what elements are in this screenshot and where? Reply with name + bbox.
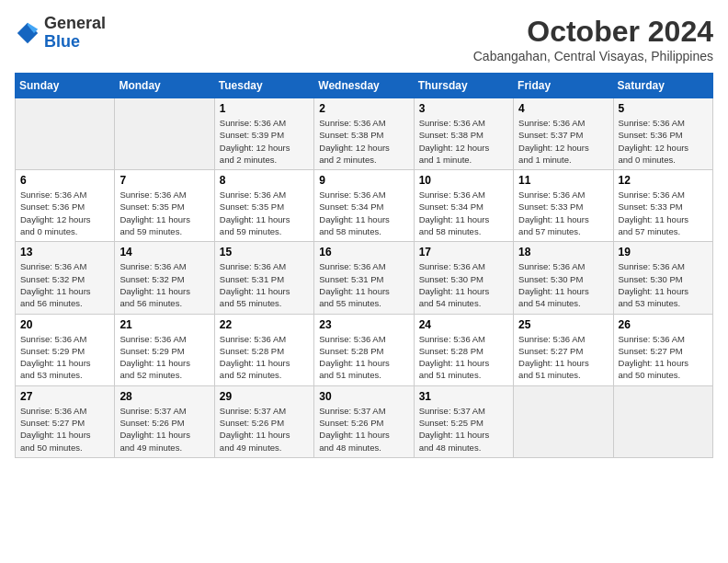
- day-info: Sunrise: 5:36 AM Sunset: 5:27 PM Dayligh…: [20, 405, 109, 454]
- day-cell: 19Sunrise: 5:36 AM Sunset: 5:30 PM Dayli…: [613, 242, 712, 314]
- day-cell: 9Sunrise: 5:36 AM Sunset: 5:34 PM Daylig…: [314, 170, 414, 242]
- day-cell: 12Sunrise: 5:36 AM Sunset: 5:33 PM Dayli…: [613, 170, 712, 242]
- weekday-header-sunday: Sunday: [16, 74, 115, 98]
- day-number: 25: [518, 318, 608, 331]
- day-number: 28: [119, 390, 209, 403]
- day-info: Sunrise: 5:36 AM Sunset: 5:38 PM Dayligh…: [419, 117, 508, 166]
- day-cell: [16, 98, 115, 170]
- weekday-header-friday: Friday: [514, 74, 613, 98]
- day-number: 6: [20, 174, 109, 187]
- day-number: 3: [419, 102, 508, 115]
- title-area: October 2024 Cabangahan, Central Visayas…: [473, 15, 713, 63]
- day-info: Sunrise: 5:36 AM Sunset: 5:39 PM Dayligh…: [220, 117, 309, 166]
- day-info: Sunrise: 5:36 AM Sunset: 5:33 PM Dayligh…: [518, 189, 608, 237]
- day-cell: 29Sunrise: 5:37 AM Sunset: 5:26 PM Dayli…: [214, 385, 313, 457]
- day-info: Sunrise: 5:36 AM Sunset: 5:31 PM Dayligh…: [220, 260, 309, 309]
- day-info: Sunrise: 5:36 AM Sunset: 5:38 PM Dayligh…: [319, 117, 408, 166]
- weekday-header-saturday: Saturday: [613, 74, 712, 98]
- day-number: 26: [619, 318, 708, 331]
- day-cell: 1Sunrise: 5:36 AM Sunset: 5:39 PM Daylig…: [214, 98, 313, 170]
- day-info: Sunrise: 5:36 AM Sunset: 5:36 PM Dayligh…: [20, 189, 109, 237]
- week-row-2: 6Sunrise: 5:36 AM Sunset: 5:36 PM Daylig…: [16, 170, 713, 242]
- day-number: 11: [518, 174, 608, 187]
- day-info: Sunrise: 5:36 AM Sunset: 5:30 PM Dayligh…: [419, 260, 508, 309]
- day-cell: 11Sunrise: 5:36 AM Sunset: 5:33 PM Dayli…: [514, 170, 613, 242]
- weekday-header-tuesday: Tuesday: [214, 74, 313, 98]
- weekday-header-thursday: Thursday: [414, 74, 513, 98]
- day-info: Sunrise: 5:36 AM Sunset: 5:31 PM Dayligh…: [319, 260, 408, 309]
- day-number: 18: [518, 246, 608, 259]
- day-info: Sunrise: 5:36 AM Sunset: 5:36 PM Dayligh…: [619, 117, 708, 166]
- day-number: 4: [518, 102, 608, 115]
- day-cell: 2Sunrise: 5:36 AM Sunset: 5:38 PM Daylig…: [314, 98, 414, 170]
- day-info: Sunrise: 5:36 AM Sunset: 5:34 PM Dayligh…: [419, 189, 508, 237]
- day-number: 19: [619, 246, 708, 259]
- day-number: 30: [319, 390, 408, 403]
- day-info: Sunrise: 5:36 AM Sunset: 5:30 PM Dayligh…: [619, 260, 708, 309]
- day-info: Sunrise: 5:36 AM Sunset: 5:29 PM Dayligh…: [20, 333, 109, 382]
- day-cell: 13Sunrise: 5:36 AM Sunset: 5:32 PM Dayli…: [16, 242, 115, 314]
- day-number: 1: [220, 102, 309, 115]
- day-number: 22: [220, 318, 309, 331]
- weekday-header-monday: Monday: [115, 74, 214, 98]
- day-number: 29: [220, 390, 309, 403]
- day-cell: 24Sunrise: 5:36 AM Sunset: 5:28 PM Dayli…: [414, 314, 513, 385]
- day-cell: 17Sunrise: 5:36 AM Sunset: 5:30 PM Dayli…: [414, 242, 513, 314]
- day-number: 16: [319, 246, 408, 259]
- day-number: 21: [119, 318, 209, 331]
- day-number: 14: [119, 246, 209, 259]
- day-cell: [613, 385, 712, 457]
- day-number: 7: [119, 174, 209, 187]
- day-cell: 30Sunrise: 5:37 AM Sunset: 5:26 PM Dayli…: [314, 385, 414, 457]
- logo: General Blue: [15, 15, 106, 52]
- day-info: Sunrise: 5:36 AM Sunset: 5:35 PM Dayligh…: [220, 189, 309, 237]
- weekday-header-wednesday: Wednesday: [314, 74, 414, 98]
- page-header: General Blue October 2024 Cabangahan, Ce…: [15, 15, 713, 63]
- day-cell: [514, 385, 613, 457]
- day-cell: 5Sunrise: 5:36 AM Sunset: 5:36 PM Daylig…: [613, 98, 712, 170]
- day-cell: 31Sunrise: 5:37 AM Sunset: 5:25 PM Dayli…: [414, 385, 513, 457]
- day-cell: 26Sunrise: 5:36 AM Sunset: 5:27 PM Dayli…: [613, 314, 712, 385]
- day-info: Sunrise: 5:36 AM Sunset: 5:33 PM Dayligh…: [619, 189, 708, 237]
- svg-marker-0: [17, 23, 38, 43]
- day-number: 15: [220, 246, 309, 259]
- day-info: Sunrise: 5:36 AM Sunset: 5:27 PM Dayligh…: [518, 333, 608, 382]
- day-number: 27: [20, 390, 109, 403]
- day-cell: 15Sunrise: 5:36 AM Sunset: 5:31 PM Dayli…: [214, 242, 313, 314]
- day-info: Sunrise: 5:36 AM Sunset: 5:35 PM Dayligh…: [119, 189, 209, 237]
- day-cell: 4Sunrise: 5:36 AM Sunset: 5:37 PM Daylig…: [514, 98, 613, 170]
- month-title: October 2024: [473, 15, 713, 49]
- day-info: Sunrise: 5:37 AM Sunset: 5:26 PM Dayligh…: [220, 405, 309, 454]
- day-cell: 10Sunrise: 5:36 AM Sunset: 5:34 PM Dayli…: [414, 170, 513, 242]
- day-number: 2: [319, 102, 408, 115]
- day-number: 13: [20, 246, 109, 259]
- day-info: Sunrise: 5:36 AM Sunset: 5:28 PM Dayligh…: [419, 333, 508, 382]
- logo-icon: [15, 20, 40, 46]
- day-cell: 28Sunrise: 5:37 AM Sunset: 5:26 PM Dayli…: [115, 385, 214, 457]
- week-row-4: 20Sunrise: 5:36 AM Sunset: 5:29 PM Dayli…: [16, 314, 713, 385]
- day-cell: 8Sunrise: 5:36 AM Sunset: 5:35 PM Daylig…: [214, 170, 313, 242]
- day-cell: 3Sunrise: 5:36 AM Sunset: 5:38 PM Daylig…: [414, 98, 513, 170]
- day-cell: 6Sunrise: 5:36 AM Sunset: 5:36 PM Daylig…: [16, 170, 115, 242]
- weekday-header-row: SundayMondayTuesdayWednesdayThursdayFrid…: [16, 74, 713, 98]
- logo-blue: Blue: [44, 33, 106, 52]
- location-title: Cabangahan, Central Visayas, Philippines: [473, 49, 713, 63]
- calendar: SundayMondayTuesdayWednesdayThursdayFrid…: [15, 73, 713, 458]
- day-number: 10: [419, 174, 508, 187]
- day-cell: 20Sunrise: 5:36 AM Sunset: 5:29 PM Dayli…: [16, 314, 115, 385]
- day-info: Sunrise: 5:37 AM Sunset: 5:25 PM Dayligh…: [419, 405, 508, 454]
- day-info: Sunrise: 5:36 AM Sunset: 5:28 PM Dayligh…: [319, 333, 408, 382]
- day-cell: 25Sunrise: 5:36 AM Sunset: 5:27 PM Dayli…: [514, 314, 613, 385]
- day-info: Sunrise: 5:36 AM Sunset: 5:32 PM Dayligh…: [20, 260, 109, 309]
- day-info: Sunrise: 5:36 AM Sunset: 5:37 PM Dayligh…: [518, 117, 608, 166]
- day-info: Sunrise: 5:36 AM Sunset: 5:32 PM Dayligh…: [119, 260, 209, 309]
- day-cell: 18Sunrise: 5:36 AM Sunset: 5:30 PM Dayli…: [514, 242, 613, 314]
- day-number: 23: [319, 318, 408, 331]
- day-number: 24: [419, 318, 508, 331]
- day-number: 9: [319, 174, 408, 187]
- day-number: 5: [619, 102, 708, 115]
- week-row-3: 13Sunrise: 5:36 AM Sunset: 5:32 PM Dayli…: [16, 242, 713, 314]
- day-number: 17: [419, 246, 508, 259]
- day-info: Sunrise: 5:36 AM Sunset: 5:27 PM Dayligh…: [619, 333, 708, 382]
- day-cell: 23Sunrise: 5:36 AM Sunset: 5:28 PM Dayli…: [314, 314, 414, 385]
